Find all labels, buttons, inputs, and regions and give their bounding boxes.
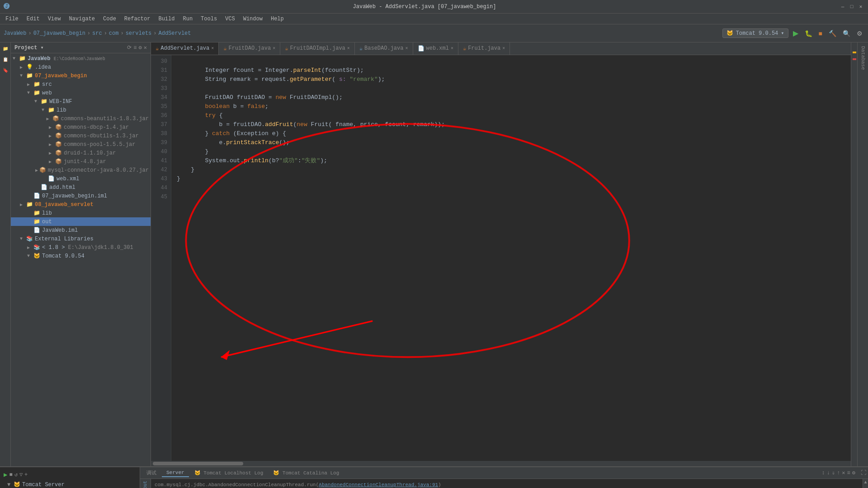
tab-fruitdao[interactable]: ☕ FruitDAO.java × [219, 42, 280, 55]
run-button[interactable]: ▶ [791, 28, 800, 38]
plus-icon[interactable]: + [24, 472, 28, 478]
project-sync-icon[interactable]: ⟳ [127, 44, 132, 51]
tree-item-src[interactable]: ▶ 📁 src [11, 80, 151, 89]
tree-item-iml[interactable]: 📄 07_javaweb_begin.iml [11, 192, 151, 200]
maximize-button[interactable]: □ [848, 3, 855, 10]
stop-button[interactable]: ■ [817, 29, 824, 38]
search-button[interactable]: 🔍 [841, 29, 852, 38]
svc-item-tomcat-server[interactable]: ▼ 🐱 Tomcat Server [0, 480, 140, 488]
run-icon[interactable]: ▶ [4, 471, 7, 479]
tab-fruitdaoimpl[interactable]: ☕ FruitDAOImpl.java × [280, 42, 355, 55]
tree-item-external-libs[interactable]: ▼ 📚 External Libraries [11, 235, 151, 243]
tab-close-icon[interactable]: × [273, 46, 275, 51]
menu-item-vcs[interactable]: VCS [222, 15, 239, 23]
tree-label: commons-dbutils-1.3.jar [64, 133, 139, 139]
scroll-up-arrow[interactable]: ▲ [864, 480, 867, 485]
output-tab[interactable]: Output [143, 481, 148, 488]
tree-item-jar-dbutils[interactable]: ▶ 📦 commons-dbutils-1.3.jar [11, 131, 151, 140]
menu-item-navigate[interactable]: Navigate [65, 15, 99, 23]
filter-icon[interactable]: ▽ [19, 471, 23, 478]
tree-item-jdk[interactable]: ▶ 📚 < 1.8 > E:\Java\jdk1.8.0_301 [11, 243, 151, 252]
close-button[interactable]: ✕ [857, 3, 864, 10]
tree-item-javaWeb[interactable]: ▼ 📁 JavaWeb E:\CodeRoom\JavaWeb [11, 54, 151, 63]
menu-item-file[interactable]: File [2, 15, 22, 23]
tab-close-icon[interactable]: × [347, 46, 350, 51]
tree-item-javaweb-iml[interactable]: 📄 JavaWeb.iml [11, 226, 151, 235]
menu-item-run[interactable]: Run [179, 15, 196, 23]
stop-icon[interactable]: ■ [9, 472, 12, 478]
tree-item-jar-junit[interactable]: ▶ 📦 junit-4.8.jar [11, 157, 151, 166]
breadcrumb-part-3[interactable]: com [109, 30, 119, 37]
tomcat-config-selector[interactable]: 🐱 Tomcat 9.0.54 ▾ [722, 28, 788, 38]
bookmarks-icon[interactable]: 🔖 [1, 66, 10, 75]
tab-addservlet[interactable]: ☕ AddServlet.java × [151, 42, 219, 55]
jar-icon: 📦 [52, 115, 59, 122]
tree-item-webinf[interactable]: ▼ 📁 WEB-INF [11, 97, 151, 106]
horizontal-scrollbar-thumb[interactable] [153, 462, 243, 465]
settings2-icon[interactable]: ⚙ [852, 469, 855, 476]
breadcrumb-part-0[interactable]: JavaWeb [4, 30, 26, 37]
tree-item-webxml[interactable]: 📄 web.xml [11, 174, 151, 183]
tree-item-tomcat[interactable]: ▼ 🐱 Tomcat 9.0.54 [11, 252, 151, 260]
code-editor[interactable]: 30 31 32 33 34 35 36 37 38 39 40 41 42 4… [151, 55, 851, 461]
breadcrumb-part-1[interactable]: 07_javaweb_begin [33, 30, 85, 37]
log-tab-debug[interactable]: 调试 [142, 469, 161, 477]
tree-item-08javaweb[interactable]: ▶ 📁 08_javaweb_servlet [11, 200, 151, 209]
structure-icon[interactable]: 📋 [1, 55, 10, 64]
tab-close-icon[interactable]: × [502, 46, 505, 51]
breadcrumb-part-5[interactable]: AddServlet [158, 30, 191, 37]
settings-button[interactable]: ⚙ [855, 29, 864, 38]
tree-item-jar-dbcp[interactable]: ▶ 📦 commons-dbcp-1.4.jar [11, 123, 151, 131]
minimize-button[interactable]: — [839, 3, 846, 10]
format-icon[interactable]: ≡ [847, 470, 850, 476]
project-collapse-icon[interactable]: ≡ [133, 45, 137, 51]
tab-close-icon[interactable]: × [405, 46, 408, 51]
tree-item-lib[interactable]: ▼ 📁 lib [11, 106, 151, 114]
log-tab-catalina[interactable]: 🐱 Tomcat Catalina Log [269, 469, 344, 477]
tree-item-out[interactable]: 📁 out [11, 217, 151, 226]
wrap-icon[interactable]: ↕ [821, 470, 825, 476]
scroll-up-icon[interactable]: ↑ [837, 470, 840, 476]
tab-basedao[interactable]: ☕ BaseDAO.java × [355, 42, 413, 55]
horizontal-scrollbar[interactable] [151, 461, 851, 466]
tree-item-lib2[interactable]: 📁 lib [11, 209, 151, 217]
tree-item-idea[interactable]: ▶ 💡 .idea [11, 63, 151, 71]
log-tab-localhost[interactable]: 🐱 Tomcat Localhost Log [190, 469, 268, 477]
tab-webxml[interactable]: 📄 web.xml × [413, 42, 458, 55]
tree-item-jar-beanutils[interactable]: ▶ 📦 commons-beanutils-1.8.3.jar [11, 114, 151, 123]
menu-item-window[interactable]: Window [240, 15, 266, 23]
breadcrumb-part-4[interactable]: servlets [126, 30, 152, 37]
log-scrollbar[interactable]: ▲ ▼ [863, 479, 868, 488]
tree-item-07javaweb[interactable]: ▼ 📁 07_javaweb_begin [11, 71, 151, 80]
menu-item-view[interactable]: View [44, 15, 65, 23]
menu-item-code[interactable]: Code [99, 15, 120, 23]
tree-item-jar-mysql[interactable]: ▶ 📦 mysql-connector-java-8.0.27.jar [11, 166, 151, 174]
project-close-icon[interactable]: ✕ [144, 44, 147, 51]
debug-button[interactable]: 🐛 [803, 29, 814, 38]
tree-label: 07_javaweb_begin [35, 73, 87, 79]
project-settings-icon[interactable]: ⚙ [139, 44, 142, 51]
code-content[interactable]: Integer fcount = Integer.parseInt(fcount… [171, 55, 851, 461]
tree-item-web[interactable]: ▼ 📁 web [11, 89, 151, 97]
menu-item-help[interactable]: Help [267, 15, 288, 23]
tab-close-icon[interactable]: × [451, 46, 453, 51]
menu-item-tools[interactable]: Tools [197, 15, 221, 23]
scroll-down-icon[interactable]: ↓ [827, 470, 830, 476]
tab-close-icon[interactable]: × [211, 46, 214, 51]
tree-item-jar-pool[interactable]: ▶ 📦 commons-pool-1.5.5.jar [11, 140, 151, 149]
scroll-end-icon[interactable]: ⇓ [832, 469, 835, 476]
menu-item-build[interactable]: Build [155, 15, 178, 23]
rerun-icon[interactable]: ↺ [14, 471, 18, 478]
menu-item-edit[interactable]: Edit [23, 15, 43, 23]
tree-item-addhtml[interactable]: 📄 add.html [11, 183, 151, 192]
build-button[interactable]: 🔨 [827, 29, 838, 38]
database-icon[interactable]: Database [859, 44, 868, 72]
tab-fruitjava[interactable]: ☕ Fruit.java × [458, 42, 510, 55]
menu-item-refactor[interactable]: Refactor [121, 15, 154, 23]
tree-item-jar-druid[interactable]: ▶ 📦 druid-1.1.10.jar [11, 149, 151, 157]
clear-icon[interactable]: ✕ [842, 469, 845, 476]
breadcrumb-part-2[interactable]: src [92, 30, 102, 37]
project-icon[interactable]: 📁 [1, 44, 10, 53]
log-tab-server[interactable]: Server [162, 469, 189, 477]
expand-icon[interactable]: ⛶ [861, 469, 866, 476]
